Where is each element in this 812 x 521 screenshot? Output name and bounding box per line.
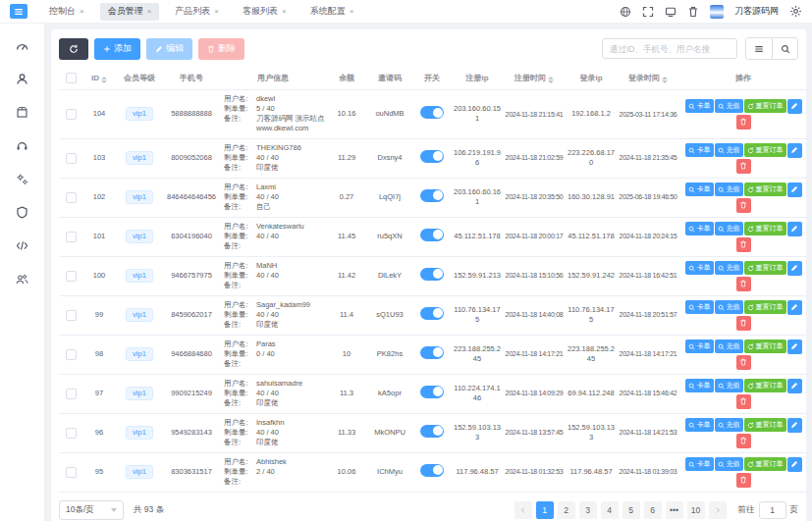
status-toggle[interactable] [420,106,444,119]
add-button[interactable]: 添加 [94,38,140,60]
view-stuck-orders-button[interactable]: 卡单 [685,182,714,196]
recharge-button[interactable]: 充值 [715,300,743,314]
status-toggle[interactable] [420,150,444,163]
status-toggle[interactable] [420,189,444,202]
row-checkbox[interactable] [66,389,77,399]
reset-order-button[interactable]: 重置订单 [744,418,786,432]
goto-page-input[interactable] [759,501,786,519]
tab-settings[interactable]: 系统配置 [302,3,362,21]
sidebar-item-code[interactable] [10,235,35,255]
row-checkbox[interactable] [66,428,77,439]
clear-cache-icon[interactable] [687,6,699,18]
more-pages-button[interactable]: ••• [666,501,683,519]
recharge-button[interactable]: 充值 [715,457,743,471]
edit-row-button[interactable] [787,222,802,236]
tab-service[interactable]: 客服列表 [235,3,295,21]
view-stuck-orders-button[interactable]: 卡单 [685,143,714,157]
delete-row-button[interactable] [736,237,751,252]
recharge-button[interactable]: 充值 [715,418,743,432]
view-stuck-orders-button[interactable]: 卡单 [685,457,714,471]
delete-row-button[interactable] [736,277,751,291]
row-checkbox[interactable] [66,467,77,478]
view-stuck-orders-button[interactable]: 卡单 [685,99,714,113]
view-stuck-orders-button[interactable]: 卡单 [685,300,714,314]
recharge-button[interactable]: 充值 [715,182,743,196]
page-button[interactable]: 1 [536,501,554,519]
tab-close-icon[interactable] [147,8,152,16]
reset-order-button[interactable]: 重置订单 [744,143,786,157]
recharge-button[interactable]: 充值 [715,143,743,157]
reset-order-button[interactable]: 重置订单 [744,379,786,392]
delete-row-button[interactable] [736,355,751,370]
recharge-button[interactable]: 充值 [715,99,743,113]
sidebar-item-dashboard[interactable] [10,35,35,55]
page-button[interactable]: 10 [687,501,705,519]
sidebar-item-settings[interactable] [10,169,35,188]
reset-order-button[interactable]: 重置订单 [744,222,786,235]
row-checkbox[interactable] [66,271,77,282]
reset-order-button[interactable]: 重置订单 [744,300,786,314]
edit-row-button[interactable] [787,99,802,114]
tab-close-icon[interactable] [350,8,354,16]
edit-row-button[interactable] [787,300,802,315]
sidebar-item-service[interactable] [10,135,35,155]
reset-order-button[interactable]: 重置订单 [744,339,786,353]
column-filter-button[interactable] [746,38,772,59]
sidebar-item-members[interactable] [10,69,35,88]
refresh-button[interactable] [59,38,88,60]
status-toggle[interactable] [420,386,444,398]
row-checkbox[interactable] [66,109,77,120]
view-stuck-orders-button[interactable]: 卡单 [685,261,714,275]
layout-icon[interactable] [665,6,677,18]
menu-collapse-icon[interactable] [10,4,27,19]
status-toggle[interactable] [420,425,444,438]
row-checkbox[interactable] [66,192,77,203]
delete-row-button[interactable] [736,159,751,174]
delete-button[interactable]: 删除 [198,38,244,60]
status-toggle[interactable] [420,268,444,281]
edit-row-button[interactable] [787,457,802,472]
edit-row-button[interactable] [787,261,802,276]
view-stuck-orders-button[interactable]: 卡单 [685,339,714,353]
reset-order-button[interactable]: 重置订单 [744,182,786,196]
tab-members[interactable]: 会员管理 [100,3,160,21]
delete-row-button[interactable] [736,115,751,130]
edit-row-button[interactable] [787,143,802,158]
tab-close-icon[interactable] [80,8,84,16]
page-button[interactable]: 5 [623,501,640,519]
tab-close-icon[interactable] [282,8,287,16]
page-button[interactable]: 6 [644,501,662,519]
sort-icon[interactable] [548,77,554,83]
reset-order-button[interactable]: 重置订单 [744,261,786,275]
edit-row-button[interactable] [787,379,802,393]
view-stuck-orders-button[interactable]: 卡单 [685,379,714,392]
sidebar-item-products[interactable] [10,102,35,122]
page-button[interactable]: 3 [579,501,597,519]
view-stuck-orders-button[interactable]: 卡单 [685,418,714,432]
recharge-button[interactable]: 充值 [715,379,743,392]
status-toggle[interactable] [420,229,444,241]
status-toggle[interactable] [420,346,444,359]
next-page-button[interactable] [709,501,727,519]
recharge-button[interactable]: 充值 [715,339,743,353]
edit-row-button[interactable] [787,418,802,433]
recharge-button[interactable]: 充值 [715,222,743,235]
header-id[interactable]: ID [82,67,116,90]
edit-row-button[interactable] [787,339,802,354]
sidebar-item-security[interactable] [10,202,35,222]
select-all-checkbox[interactable] [66,73,77,83]
tab-close-icon[interactable] [214,8,219,16]
prev-page-button[interactable] [514,501,532,519]
delete-row-button[interactable] [736,473,751,488]
header-login-time[interactable]: 登录时间 [617,67,679,90]
tab-products[interactable]: 产品列表 [167,3,227,21]
settings-gear-icon[interactable] [789,5,802,18]
edit-button[interactable]: 编辑 [146,38,192,60]
translate-icon[interactable] [620,6,631,18]
sidebar-item-agents[interactable] [10,269,35,288]
search-button[interactable] [772,38,797,59]
reset-order-button[interactable]: 重置订单 [744,457,786,471]
sort-icon[interactable] [662,77,668,83]
avatar[interactable] [710,5,724,19]
delete-row-button[interactable] [736,316,751,331]
